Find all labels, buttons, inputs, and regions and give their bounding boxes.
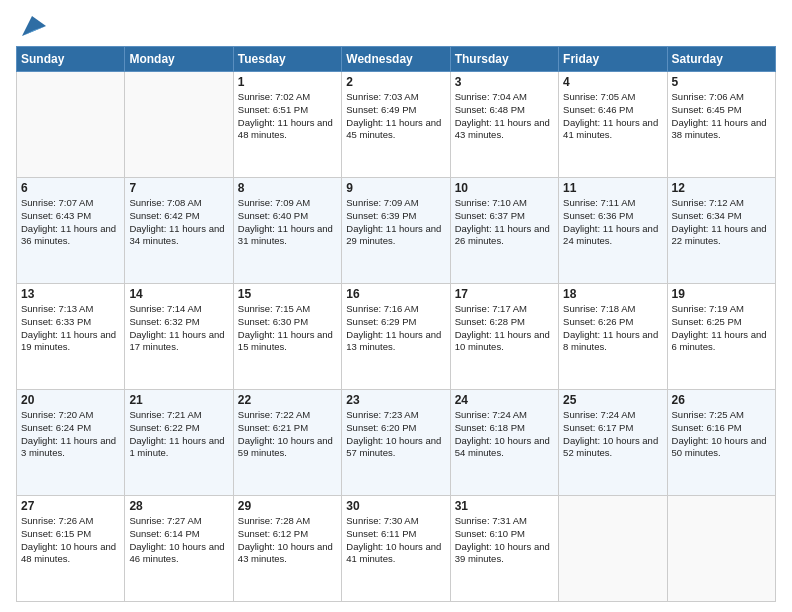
cell-details: Sunrise: 7:18 AM Sunset: 6:26 PM Dayligh… — [563, 303, 662, 354]
calendar-cell: 8Sunrise: 7:09 AM Sunset: 6:40 PM Daylig… — [233, 178, 341, 284]
calendar-cell: 20Sunrise: 7:20 AM Sunset: 6:24 PM Dayli… — [17, 390, 125, 496]
day-number: 14 — [129, 287, 228, 301]
cell-details: Sunrise: 7:23 AM Sunset: 6:20 PM Dayligh… — [346, 409, 445, 460]
calendar-cell: 16Sunrise: 7:16 AM Sunset: 6:29 PM Dayli… — [342, 284, 450, 390]
calendar-week-row: 13Sunrise: 7:13 AM Sunset: 6:33 PM Dayli… — [17, 284, 776, 390]
day-number: 5 — [672, 75, 771, 89]
day-number: 3 — [455, 75, 554, 89]
cell-details: Sunrise: 7:06 AM Sunset: 6:45 PM Dayligh… — [672, 91, 771, 142]
calendar-cell: 6Sunrise: 7:07 AM Sunset: 6:43 PM Daylig… — [17, 178, 125, 284]
day-number: 11 — [563, 181, 662, 195]
cell-details: Sunrise: 7:30 AM Sunset: 6:11 PM Dayligh… — [346, 515, 445, 566]
day-number: 20 — [21, 393, 120, 407]
calendar-cell: 12Sunrise: 7:12 AM Sunset: 6:34 PM Dayli… — [667, 178, 775, 284]
calendar-cell — [17, 72, 125, 178]
calendar-cell: 14Sunrise: 7:14 AM Sunset: 6:32 PM Dayli… — [125, 284, 233, 390]
cell-details: Sunrise: 7:09 AM Sunset: 6:40 PM Dayligh… — [238, 197, 337, 248]
day-number: 6 — [21, 181, 120, 195]
day-number: 31 — [455, 499, 554, 513]
cell-details: Sunrise: 7:20 AM Sunset: 6:24 PM Dayligh… — [21, 409, 120, 460]
day-header-tuesday: Tuesday — [233, 47, 341, 72]
cell-details: Sunrise: 7:05 AM Sunset: 6:46 PM Dayligh… — [563, 91, 662, 142]
cell-details: Sunrise: 7:17 AM Sunset: 6:28 PM Dayligh… — [455, 303, 554, 354]
day-number: 19 — [672, 287, 771, 301]
day-number: 12 — [672, 181, 771, 195]
day-number: 30 — [346, 499, 445, 513]
header — [16, 12, 776, 40]
calendar-cell — [559, 496, 667, 602]
calendar-cell: 13Sunrise: 7:13 AM Sunset: 6:33 PM Dayli… — [17, 284, 125, 390]
day-number: 25 — [563, 393, 662, 407]
cell-details: Sunrise: 7:31 AM Sunset: 6:10 PM Dayligh… — [455, 515, 554, 566]
calendar-cell: 15Sunrise: 7:15 AM Sunset: 6:30 PM Dayli… — [233, 284, 341, 390]
svg-marker-0 — [22, 16, 46, 36]
calendar-cell: 29Sunrise: 7:28 AM Sunset: 6:12 PM Dayli… — [233, 496, 341, 602]
calendar-cell: 10Sunrise: 7:10 AM Sunset: 6:37 PM Dayli… — [450, 178, 558, 284]
page: SundayMondayTuesdayWednesdayThursdayFrid… — [0, 0, 792, 612]
day-number: 1 — [238, 75, 337, 89]
calendar-cell: 11Sunrise: 7:11 AM Sunset: 6:36 PM Dayli… — [559, 178, 667, 284]
day-number: 16 — [346, 287, 445, 301]
calendar-cell: 5Sunrise: 7:06 AM Sunset: 6:45 PM Daylig… — [667, 72, 775, 178]
calendar-cell: 18Sunrise: 7:18 AM Sunset: 6:26 PM Dayli… — [559, 284, 667, 390]
calendar-cell: 19Sunrise: 7:19 AM Sunset: 6:25 PM Dayli… — [667, 284, 775, 390]
day-number: 27 — [21, 499, 120, 513]
calendar-cell — [667, 496, 775, 602]
cell-details: Sunrise: 7:25 AM Sunset: 6:16 PM Dayligh… — [672, 409, 771, 460]
cell-details: Sunrise: 7:26 AM Sunset: 6:15 PM Dayligh… — [21, 515, 120, 566]
day-number: 26 — [672, 393, 771, 407]
day-number: 18 — [563, 287, 662, 301]
cell-details: Sunrise: 7:19 AM Sunset: 6:25 PM Dayligh… — [672, 303, 771, 354]
calendar-cell: 26Sunrise: 7:25 AM Sunset: 6:16 PM Dayli… — [667, 390, 775, 496]
day-number: 9 — [346, 181, 445, 195]
calendar-cell: 9Sunrise: 7:09 AM Sunset: 6:39 PM Daylig… — [342, 178, 450, 284]
cell-details: Sunrise: 7:03 AM Sunset: 6:49 PM Dayligh… — [346, 91, 445, 142]
cell-details: Sunrise: 7:12 AM Sunset: 6:34 PM Dayligh… — [672, 197, 771, 248]
cell-details: Sunrise: 7:04 AM Sunset: 6:48 PM Dayligh… — [455, 91, 554, 142]
cell-details: Sunrise: 7:14 AM Sunset: 6:32 PM Dayligh… — [129, 303, 228, 354]
day-number: 10 — [455, 181, 554, 195]
calendar-cell: 3Sunrise: 7:04 AM Sunset: 6:48 PM Daylig… — [450, 72, 558, 178]
calendar-cell: 31Sunrise: 7:31 AM Sunset: 6:10 PM Dayli… — [450, 496, 558, 602]
calendar-cell: 27Sunrise: 7:26 AM Sunset: 6:15 PM Dayli… — [17, 496, 125, 602]
calendar-week-row: 1Sunrise: 7:02 AM Sunset: 6:51 PM Daylig… — [17, 72, 776, 178]
day-header-saturday: Saturday — [667, 47, 775, 72]
calendar-cell: 7Sunrise: 7:08 AM Sunset: 6:42 PM Daylig… — [125, 178, 233, 284]
cell-details: Sunrise: 7:24 AM Sunset: 6:18 PM Dayligh… — [455, 409, 554, 460]
cell-details: Sunrise: 7:21 AM Sunset: 6:22 PM Dayligh… — [129, 409, 228, 460]
cell-details: Sunrise: 7:11 AM Sunset: 6:36 PM Dayligh… — [563, 197, 662, 248]
calendar-cell: 1Sunrise: 7:02 AM Sunset: 6:51 PM Daylig… — [233, 72, 341, 178]
calendar-cell: 25Sunrise: 7:24 AM Sunset: 6:17 PM Dayli… — [559, 390, 667, 496]
day-number: 29 — [238, 499, 337, 513]
calendar-cell — [125, 72, 233, 178]
logo-icon — [18, 12, 46, 40]
calendar-cell: 21Sunrise: 7:21 AM Sunset: 6:22 PM Dayli… — [125, 390, 233, 496]
calendar-cell: 30Sunrise: 7:30 AM Sunset: 6:11 PM Dayli… — [342, 496, 450, 602]
day-number: 28 — [129, 499, 228, 513]
day-header-wednesday: Wednesday — [342, 47, 450, 72]
day-number: 24 — [455, 393, 554, 407]
calendar-table: SundayMondayTuesdayWednesdayThursdayFrid… — [16, 46, 776, 602]
day-number: 22 — [238, 393, 337, 407]
day-number: 21 — [129, 393, 228, 407]
cell-details: Sunrise: 7:22 AM Sunset: 6:21 PM Dayligh… — [238, 409, 337, 460]
calendar-cell: 23Sunrise: 7:23 AM Sunset: 6:20 PM Dayli… — [342, 390, 450, 496]
calendar-week-row: 6Sunrise: 7:07 AM Sunset: 6:43 PM Daylig… — [17, 178, 776, 284]
day-number: 17 — [455, 287, 554, 301]
day-number: 8 — [238, 181, 337, 195]
cell-details: Sunrise: 7:13 AM Sunset: 6:33 PM Dayligh… — [21, 303, 120, 354]
cell-details: Sunrise: 7:24 AM Sunset: 6:17 PM Dayligh… — [563, 409, 662, 460]
calendar-cell: 22Sunrise: 7:22 AM Sunset: 6:21 PM Dayli… — [233, 390, 341, 496]
day-number: 4 — [563, 75, 662, 89]
cell-details: Sunrise: 7:16 AM Sunset: 6:29 PM Dayligh… — [346, 303, 445, 354]
day-number: 13 — [21, 287, 120, 301]
day-header-monday: Monday — [125, 47, 233, 72]
logo — [16, 12, 46, 40]
day-header-friday: Friday — [559, 47, 667, 72]
calendar-week-row: 20Sunrise: 7:20 AM Sunset: 6:24 PM Dayli… — [17, 390, 776, 496]
cell-details: Sunrise: 7:07 AM Sunset: 6:43 PM Dayligh… — [21, 197, 120, 248]
day-number: 7 — [129, 181, 228, 195]
day-number: 23 — [346, 393, 445, 407]
calendar-header-row: SundayMondayTuesdayWednesdayThursdayFrid… — [17, 47, 776, 72]
cell-details: Sunrise: 7:02 AM Sunset: 6:51 PM Dayligh… — [238, 91, 337, 142]
